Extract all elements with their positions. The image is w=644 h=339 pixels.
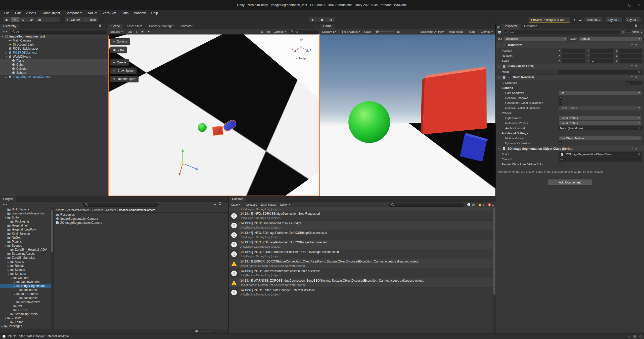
active-checkbox[interactable] (504, 30, 507, 34)
aspect-dropdown[interactable]: Free Aspect (341, 30, 361, 33)
project-folder-imagesegmentati[interactable]: ImageSegmentati... (0, 284, 51, 288)
menu-zero-sim[interactable]: Zero Sim (100, 10, 119, 16)
context-item-create[interactable]: Create (110, 59, 129, 66)
breadcrumb-item-zerosimsamples[interactable]: ZeroSimSamples (67, 208, 89, 211)
section-lighting[interactable]: Lighting (496, 85, 644, 90)
transform-tool[interactable]: ⊞ (44, 17, 52, 23)
console-entry[interactable]: [14:13:48] INFO: ZOROSTransformPublisher… (229, 249, 493, 259)
static-dropdown-icon[interactable] (641, 31, 642, 34)
search-filter-icon[interactable] (213, 203, 217, 206)
preset-icon[interactable] (635, 44, 637, 47)
dropdown-receive-global-illumination[interactable]: Light Probes (559, 106, 642, 110)
foldout-icon[interactable] (498, 111, 502, 115)
foldout-icon[interactable] (13, 292, 16, 296)
project-folder-zerosimsamples[interactable]: ZeroSimSamples (0, 256, 51, 260)
hierarchy-item-directional-light[interactable]: Directional Light (0, 43, 108, 47)
project-folder-resources[interactable]: Resources (0, 288, 51, 292)
foldout-icon[interactable] (13, 284, 16, 288)
project-folder-plugins[interactable]: Plugins (0, 240, 51, 244)
project-folder-camera[interactable]: Camera (0, 276, 51, 280)
object-field-mesh[interactable]: — (559, 70, 642, 74)
component-menu-icon[interactable] (639, 65, 642, 68)
project-folder-scenes[interactable]: Scenes (0, 244, 51, 248)
component-enabled-checkbox[interactable] (508, 76, 511, 79)
panel-menu-icon[interactable] (103, 25, 106, 28)
scale-slider-knob[interactable] (376, 30, 379, 33)
mute-audio-toggle[interactable]: Mute Audio (447, 30, 465, 33)
menu-jobs[interactable]: Jobs (119, 10, 131, 16)
tab-package-manager[interactable]: Package Manager (146, 24, 177, 29)
project-folder-com-unity-build-report-in[interactable]: com.unity.build-report-in... (0, 211, 51, 215)
effects-toggle-icon[interactable]: ✦ (146, 30, 151, 33)
file-item-zoimagesegmentationcamera[interactable]: #ZOImageSegmentationCamera (54, 221, 229, 225)
object-picker-icon[interactable] (638, 153, 640, 156)
foldout-icon[interactable] (4, 316, 7, 320)
preset-icon[interactable] (635, 65, 637, 68)
field-position-y[interactable]: — (590, 49, 613, 53)
menu-file[interactable]: File (2, 10, 12, 16)
console-entry[interactable]: [14:13:48] INFO: Disconnected to ROS Bri… (229, 221, 493, 230)
open-prefab-arrow[interactable]: › (105, 51, 107, 54)
menu-assets[interactable]: Assets (23, 10, 39, 16)
component-menu-icon[interactable] (639, 147, 642, 150)
tool-settings-icon[interactable]: ⊞ (260, 30, 264, 33)
project-tree-scrollbar[interactable] (51, 207, 53, 329)
hierarchy-search-input[interactable]: All (10, 30, 107, 34)
camera-gizmo[interactable] (197, 166, 203, 171)
field-rotation-z[interactable]: — (619, 54, 642, 58)
close-icon[interactable]: ✕ (637, 3, 640, 7)
field-scale-z[interactable]: — (619, 59, 642, 63)
foldout-icon[interactable] (1, 35, 5, 38)
layers-button[interactable]: Layers (605, 17, 622, 23)
rect-tool[interactable]: ▭ (36, 17, 44, 23)
preview-packages-button[interactable]: Preview Packages in Use (529, 17, 570, 23)
hierarchy-item-plane[interactable]: Plane (0, 59, 108, 63)
hierarchy-item-sphere[interactable]: Sphere (0, 71, 108, 75)
foldout-icon[interactable] (7, 272, 10, 276)
checkbox-contribute-global-illumination[interactable] (559, 101, 562, 105)
object-picker-icon[interactable] (638, 70, 640, 73)
foldout-icon[interactable] (1, 324, 4, 328)
project-folder-editor[interactable]: Editor (0, 320, 51, 324)
collab-icon[interactable]: ✦ (573, 18, 576, 22)
project-folder-depthcamera[interactable]: DepthCamera (0, 280, 51, 284)
layer-dropdown[interactable]: Default (578, 37, 642, 41)
custom-tool[interactable]: ⋯ (52, 17, 61, 23)
panel-menu-icon[interactable] (223, 203, 228, 206)
console-entry[interactable]: [14:13:48] INFO: Load zerosimrobots asse… (229, 269, 493, 278)
project-folder-packages[interactable]: Packages (0, 324, 51, 328)
foldout-icon[interactable] (497, 147, 501, 150)
file-item-resources[interactable]: Resources (54, 213, 229, 217)
dropdown-light-probes[interactable]: Blend Probes (559, 116, 642, 120)
info-count-badge[interactable]: 20 (466, 203, 476, 206)
breadcrumb-item-camera[interactable]: Camera (106, 208, 116, 211)
foldout-icon[interactable] (7, 268, 10, 272)
foldout-icon[interactable] (4, 216, 7, 219)
foldout-icon[interactable] (7, 260, 10, 263)
component-header-mesh-renderer[interactable]: ▩Mesh Renderer (496, 74, 644, 80)
foldout-icon[interactable] (497, 43, 501, 47)
scene-viewport[interactable]: y x z < Persp OptionsViewCreateDraw Spli… (108, 34, 320, 196)
project-folder-packaging[interactable]: Packaging (0, 219, 51, 223)
clear-button[interactable]: Clear (230, 203, 241, 206)
add-object-button[interactable]: ＋ (1, 30, 9, 33)
rotate-tool[interactable]: ↻ (19, 17, 27, 23)
project-folder-rgbcamera[interactable]: RGBCamera (0, 292, 51, 296)
dropdown-motion-vectors[interactable]: Per Object Motion (559, 136, 642, 140)
static-checkbox[interactable] (627, 30, 630, 34)
help-icon[interactable] (631, 147, 633, 150)
foldout-icon[interactable] (5, 55, 8, 58)
tab-inspector[interactable]: Inspector (501, 24, 520, 29)
component-header-zo-image-segmentation-object-class-script[interactable]: #ZO Image Segmentation Object Class (Scr… (496, 146, 644, 152)
scale-slider[interactable] (375, 31, 394, 32)
file-item-imagesegmentationcamera[interactable]: ImageSegmentationCamera (54, 217, 229, 221)
step-button[interactable] (327, 17, 335, 23)
audio-toggle-icon[interactable]: ♪ (135, 30, 138, 33)
editor-dropdown[interactable]: Editor (279, 203, 291, 206)
minimize-icon[interactable]: – (620, 3, 622, 7)
activity-icon[interactable]: ▤ (633, 334, 636, 338)
camera-settings-icon[interactable]: ▤ (266, 30, 271, 33)
hierarchy-item-imagesegmentation-test[interactable]: ImageSegmentation_test (0, 34, 108, 39)
move-tool[interactable]: ✛ (11, 17, 19, 23)
panel-menu-icon[interactable] (224, 198, 227, 201)
